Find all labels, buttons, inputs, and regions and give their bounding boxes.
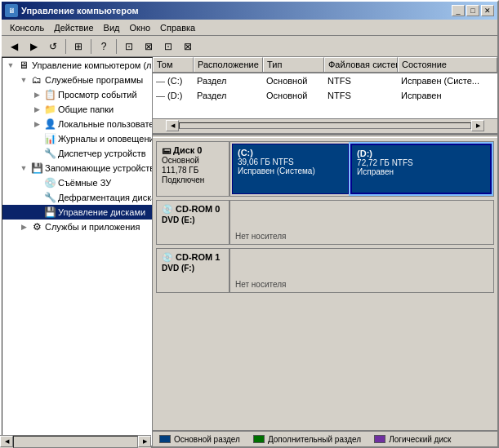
expander-services[interactable]: ▼ [17,73,30,86]
expander-events[interactable]: ▶ [30,88,43,101]
table-row[interactable]: — (C:) Раздел Основной NTFS Исправен (Си… [153,73,497,88]
left-scroll-left[interactable]: ◀ [2,436,13,446]
icon-services: 🗂 [30,73,43,86]
refresh-button[interactable]: ↺ [44,38,62,55]
icon-storage: 💾 [30,162,43,175]
upper-table: Том Расположение Тип Файловая система Со… [153,57,497,135]
icon-devmgr: 🔧 [43,147,56,160]
col-header-type[interactable]: Тип [263,57,324,72]
tree-item-devmgr[interactable]: 🔧 Диспетчер устройств [2,146,152,161]
col-header-tom[interactable]: Том [153,57,194,72]
partition-c-label: (C:) [238,148,343,157]
cdrom-status-0: Нет носителя [235,232,488,241]
menu-view[interactable]: Вид [99,22,125,33]
table-scroll-right[interactable]: ▶ [471,120,484,131]
options-button[interactable]: ⊡ [159,38,177,55]
legend-label-extended: Дополнительный раздел [268,435,361,444]
col-header-rasp[interactable]: Расположение [194,57,263,72]
disk-icon-1: — [156,76,167,86]
tree-item-svcapp[interactable]: ▶ ⚙ Службы и приложения [2,220,152,234]
status-bar: Основной раздел Дополнительный раздел Ло… [153,430,497,446]
disk-info-0: 🖴 Диск 0 Основной 111,78 ГБ Подключен [157,142,230,196]
main-window: 🖥 Управление компьютером _ □ ✕ Консоль Д… [0,0,499,448]
left-scroll-right[interactable]: ▶ [138,436,151,446]
label-storage: Запоминающие устройства [45,163,153,173]
tree-item-events[interactable]: ▶ 📋 Просмотр событий [2,87,152,102]
close-button[interactable]: ✕ [481,5,494,16]
cdrom-info-1: 💿 CD-ROM 1 DVD (F:) [157,249,230,292]
icon-defrag: 🔧 [43,191,56,204]
maximize-button[interactable]: □ [466,5,479,16]
partition-d-label: (D:) [357,149,485,158]
legend-label-logical: Логический диск [389,435,451,444]
table-scroll-track[interactable] [179,122,471,129]
label-defrag: Дефрагментация диска [58,193,153,202]
toolbar-separator-3 [116,39,117,54]
expander-logs[interactable] [30,132,43,145]
tree-item-storage[interactable]: ▼ 💾 Запоминающие устройства [2,161,152,175]
tree-item-logs[interactable]: 📊 Журналы и оповещения пр... [2,131,152,146]
table-row[interactable]: — (D:) Раздел Основной NTFS Исправен [153,88,497,103]
cdrom-name-1: 💿 CD-ROM 1 [162,252,224,263]
partition-d[interactable]: (D:) 72,72 ГБ NTFS Исправен [350,144,492,194]
cdrom-row-1: 💿 CD-ROM 1 DVD (F:) Нет носителя [156,248,494,293]
window-title: Управление компьютером [21,6,139,16]
minimize-button[interactable]: _ [452,5,465,16]
expander-root[interactable]: ▼ [4,59,17,72]
window-icon: 🖥 [5,4,18,17]
legend-label-primary: Основной раздел [174,435,240,444]
disk-type-0: Основной [162,156,224,165]
cdrom-icon-1: 💿 [162,252,176,262]
menu-console[interactable]: Консоль [5,22,49,33]
label-removable: Съёмные ЗУ [58,178,111,188]
menu-window[interactable]: Окно [125,22,156,33]
import-button[interactable]: ⊠ [140,38,158,55]
menu-help[interactable]: Справка [155,22,200,33]
left-scroll-track[interactable] [13,436,138,446]
disk-icon-2: — [156,91,167,100]
cdrom-info-0: 💿 CD-ROM 0 DVD (E:) [157,201,230,244]
tree-item-diskmgmt[interactable]: 💾 Управление дисками [2,205,152,220]
title-bar-left: 🖥 Управление компьютером [5,4,139,17]
expander-storage[interactable]: ▼ [17,162,30,175]
col-header-fs[interactable]: Файловая система [324,57,398,72]
table-scrollbar: ◀ ▶ [153,118,497,131]
table-body: — (C:) Раздел Основной NTFS Исправен (Си… [153,73,497,118]
expander-svcapp[interactable]: ▶ [17,220,30,233]
tree-item-services[interactable]: ▼ 🗂 Служебные программы [2,73,152,87]
forward-button[interactable]: ▶ [25,38,42,55]
col-header-state[interactable]: Состояние [398,57,497,72]
icon-users: 👤 [43,118,56,131]
expander-defrag[interactable] [30,191,43,204]
lower-area: 🖴 Диск 0 Основной 111,78 ГБ Подключен (C… [153,138,497,430]
icon-logs: 📊 [43,132,56,145]
disk-row-0: 🖴 Диск 0 Основной 111,78 ГБ Подключен (C… [156,141,494,197]
tree-item-removable[interactable]: 💿 Съёмные ЗУ [2,175,152,190]
toolbar-separator-2 [91,39,91,54]
partition-c[interactable]: (C:) 39,06 ГБ NTFS Исправен (Система) [232,144,349,194]
menu-action[interactable]: Действие [49,22,98,33]
tree-item-root[interactable]: ▼ 🖥 Управление компьютером (локал... [2,58,152,73]
expander-diskmgmt[interactable] [30,206,43,219]
tree-item-users[interactable]: ▶ 👤 Локальные пользователи [2,117,152,131]
icon-diskmgmt: 💾 [43,206,56,219]
tree-item-folders[interactable]: ▶ 📁 Общие папки [2,102,152,117]
expander-folders[interactable]: ▶ [30,103,43,116]
export-button[interactable]: ⊡ [120,38,138,55]
help-button[interactable]: ? [95,38,113,55]
label-events: Просмотр событий [58,90,137,100]
table-scroll-left[interactable]: ◀ [166,120,179,131]
label-diskmgmt: Управление дисками [58,207,145,217]
cell-rasp-1: Раздел [194,75,263,86]
label-svcapp: Службы и приложения [45,222,140,232]
back-button[interactable]: ◀ [5,38,23,55]
legend-box-extended [253,435,265,443]
expander-users[interactable]: ▶ [30,118,43,131]
expander-removable[interactable] [30,176,43,189]
extra-button[interactable]: ⊠ [179,38,197,55]
tree-item-defrag[interactable]: 🔧 Дефрагментация диска [2,190,152,205]
view-button[interactable]: ⊞ [69,38,87,55]
expander-devmgr[interactable] [30,147,43,160]
legend-item-logical: Логический диск [374,435,451,444]
main-area: ▼ 🖥 Управление компьютером (локал... ▼ 🗂… [2,57,497,446]
